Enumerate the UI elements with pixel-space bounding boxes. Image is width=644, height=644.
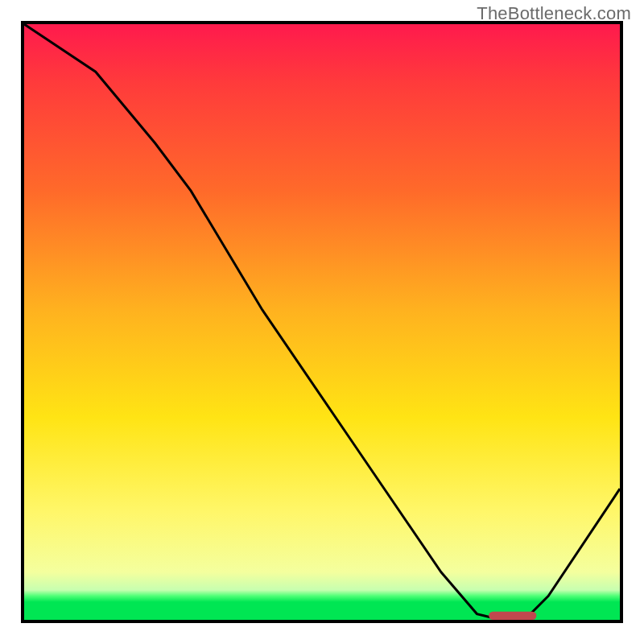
watermark-text: TheBottleneck.com <box>477 3 631 24</box>
optimal-range-marker <box>489 612 536 620</box>
bottleneck-curve <box>24 24 620 620</box>
curve-layer <box>24 24 620 620</box>
plot-area <box>24 24 620 620</box>
chart-container: TheBottleneck.com <box>0 0 644 644</box>
